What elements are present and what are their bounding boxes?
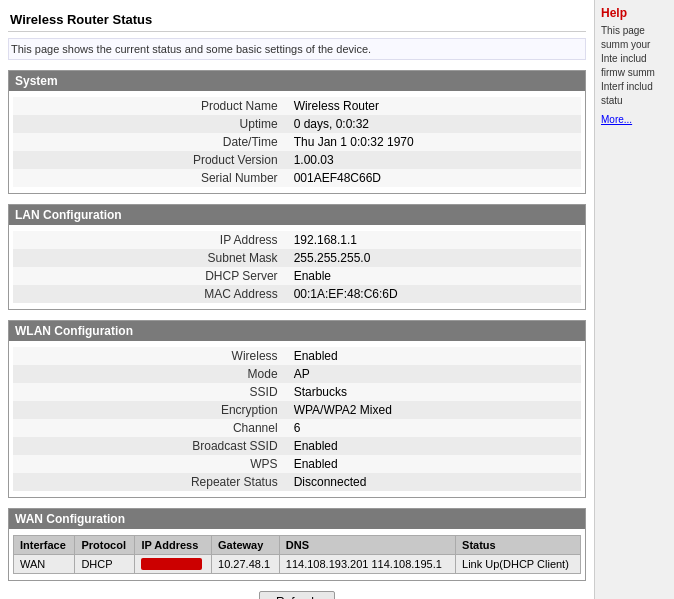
refresh-row: Refresh: [8, 591, 586, 599]
system-value-0: Wireless Router: [286, 97, 581, 115]
wlan-row-2: SSID Starbucks: [13, 383, 581, 401]
lan-section-header: LAN Configuration: [9, 205, 585, 225]
system-value-1: 0 days, 0:0:32: [286, 115, 581, 133]
system-label-3: Product Version: [13, 151, 286, 169]
wan-cell-ip: [135, 555, 212, 574]
lan-value-0: 192.168.1.1: [286, 231, 581, 249]
lan-value-1: 255.255.255.0: [286, 249, 581, 267]
lan-row-1: Subnet Mask 255.255.255.0: [13, 249, 581, 267]
system-section: System Product Name Wireless Router Upti…: [8, 70, 586, 194]
lan-table: IP Address 192.168.1.1 Subnet Mask 255.2…: [13, 231, 581, 303]
system-section-header: System: [9, 71, 585, 91]
system-label-0: Product Name: [13, 97, 286, 115]
system-row-0: Product Name Wireless Router: [13, 97, 581, 115]
wlan-value-6: Enabled: [286, 455, 581, 473]
wlan-row-3: Encryption WPA/WPA2 Mixed: [13, 401, 581, 419]
lan-label-1: Subnet Mask: [13, 249, 286, 267]
wan-data-row-0: WAN DHCP 10.27.48.1 114.108.193.201 114.…: [14, 555, 581, 574]
wan-cell-dns: 114.108.193.201 114.108.195.1: [279, 555, 455, 574]
wan-section: WAN Configuration Interface Protocol IP …: [8, 508, 586, 581]
help-title: Help: [601, 6, 668, 20]
wan-col-protocol: Protocol: [75, 536, 135, 555]
wlan-section-body: Wireless Enabled Mode AP SSID Starbucks …: [9, 341, 585, 497]
system-row-1: Uptime 0 days, 0:0:32: [13, 115, 581, 133]
main-content: Wireless Router Status This page shows t…: [0, 0, 594, 599]
wan-cell-status: Link Up(DHCP Client): [456, 555, 581, 574]
lan-row-3: MAC Address 00:1A:EF:48:C6:6D: [13, 285, 581, 303]
wlan-row-4: Channel 6: [13, 419, 581, 437]
lan-section: LAN Configuration IP Address 192.168.1.1…: [8, 204, 586, 310]
wlan-value-1: AP: [286, 365, 581, 383]
wlan-row-5: Broadcast SSID Enabled: [13, 437, 581, 455]
wlan-section: WLAN Configuration Wireless Enabled Mode…: [8, 320, 586, 498]
wan-section-body: Interface Protocol IP Address Gateway DN…: [9, 529, 585, 580]
wan-ip-redacted: [141, 558, 201, 570]
wan-table-header-row: Interface Protocol IP Address Gateway DN…: [14, 536, 581, 555]
wlan-value-3: WPA/WPA2 Mixed: [286, 401, 581, 419]
system-row-2: Date/Time Thu Jan 1 0:0:32 1970: [13, 133, 581, 151]
wan-cell-protocol: DHCP: [75, 555, 135, 574]
system-section-body: Product Name Wireless Router Uptime 0 da…: [9, 91, 585, 193]
system-row-3: Product Version 1.00.03: [13, 151, 581, 169]
refresh-button[interactable]: Refresh: [259, 591, 335, 599]
wlan-table: Wireless Enabled Mode AP SSID Starbucks …: [13, 347, 581, 491]
wlan-label-6: WPS: [13, 455, 286, 473]
help-more-link[interactable]: More...: [601, 114, 668, 125]
wan-col-status: Status: [456, 536, 581, 555]
wan-col-ip: IP Address: [135, 536, 212, 555]
system-value-2: Thu Jan 1 0:0:32 1970: [286, 133, 581, 151]
wan-cell-interface: WAN: [14, 555, 75, 574]
lan-value-3: 00:1A:EF:48:C6:6D: [286, 285, 581, 303]
system-table: Product Name Wireless Router Uptime 0 da…: [13, 97, 581, 187]
help-panel: Help This page summ your Inte includ fir…: [594, 0, 674, 599]
wlan-section-header: WLAN Configuration: [9, 321, 585, 341]
system-value-3: 1.00.03: [286, 151, 581, 169]
lan-row-2: DHCP Server Enable: [13, 267, 581, 285]
wlan-row-1: Mode AP: [13, 365, 581, 383]
wlan-value-5: Enabled: [286, 437, 581, 455]
lan-value-2: Enable: [286, 267, 581, 285]
system-row-4: Serial Number 001AEF48C66D: [13, 169, 581, 187]
wan-col-dns: DNS: [279, 536, 455, 555]
page-title: Wireless Router Status: [8, 8, 586, 32]
lan-label-0: IP Address: [13, 231, 286, 249]
lan-label-2: DHCP Server: [13, 267, 286, 285]
wan-col-gateway: Gateway: [212, 536, 280, 555]
lan-row-0: IP Address 192.168.1.1: [13, 231, 581, 249]
wlan-label-1: Mode: [13, 365, 286, 383]
wlan-label-7: Repeater Status: [13, 473, 286, 491]
wlan-value-7: Disconnected: [286, 473, 581, 491]
wlan-row-6: WPS Enabled: [13, 455, 581, 473]
wan-cell-gateway: 10.27.48.1: [212, 555, 280, 574]
help-text: This page summ your Inte includ firmw su…: [601, 24, 668, 108]
wlan-label-2: SSID: [13, 383, 286, 401]
page-desc-text: This page shows the current status and s…: [11, 43, 371, 55]
wlan-row-0: Wireless Enabled: [13, 347, 581, 365]
lan-section-body: IP Address 192.168.1.1 Subnet Mask 255.2…: [9, 225, 585, 309]
wlan-label-4: Channel: [13, 419, 286, 437]
lan-label-3: MAC Address: [13, 285, 286, 303]
system-label-2: Date/Time: [13, 133, 286, 151]
wlan-value-2: Starbucks: [286, 383, 581, 401]
wlan-label-5: Broadcast SSID: [13, 437, 286, 455]
wan-table: Interface Protocol IP Address Gateway DN…: [13, 535, 581, 574]
system-label-4: Serial Number: [13, 169, 286, 187]
wlan-value-4: 6: [286, 419, 581, 437]
wlan-row-7: Repeater Status Disconnected: [13, 473, 581, 491]
wlan-label-3: Encryption: [13, 401, 286, 419]
wlan-value-0: Enabled: [286, 347, 581, 365]
system-value-4: 001AEF48C66D: [286, 169, 581, 187]
wlan-label-0: Wireless: [13, 347, 286, 365]
page-description: This page shows the current status and s…: [8, 38, 586, 60]
system-label-1: Uptime: [13, 115, 286, 133]
wan-section-header: WAN Configuration: [9, 509, 585, 529]
wan-col-interface: Interface: [14, 536, 75, 555]
